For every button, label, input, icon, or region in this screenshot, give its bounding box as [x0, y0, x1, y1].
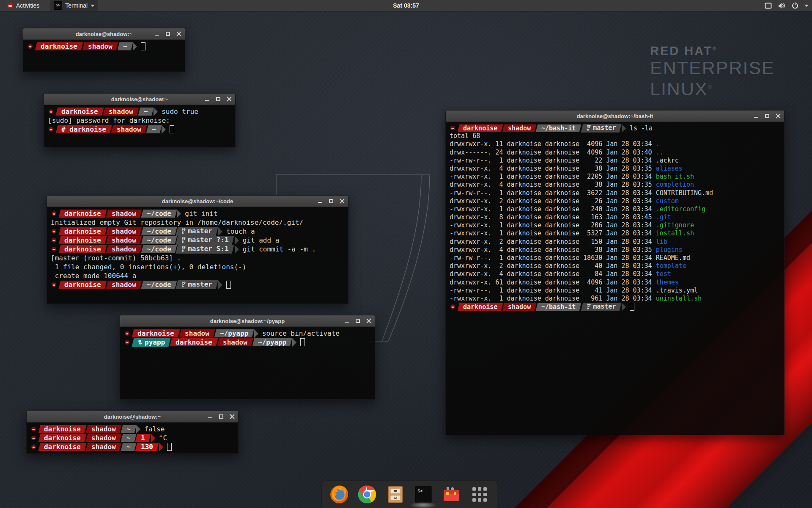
prompt-segment-user: # darknoise: [56, 125, 112, 133]
prompt-arrow-tip: [162, 125, 166, 134]
maximize-icon[interactable]: [165, 31, 170, 36]
ls-row: drwxrwxr-x. 4 darknoise darknoise 38 Jan…: [450, 165, 780, 173]
titlebar[interactable]: darknoise@shadow:~/pyapp: [120, 315, 375, 327]
command-text: git init: [185, 210, 217, 218]
os-redhat-icon: [450, 304, 455, 309]
command-text: sudo true: [162, 108, 198, 116]
caret-down-icon[interactable]: [804, 5, 809, 7]
display-icon[interactable]: [765, 3, 772, 9]
clock[interactable]: Sat 03:57: [393, 0, 419, 11]
titlebar[interactable]: darknoise@shadow:~/bash-it: [446, 110, 784, 122]
prompt-segment-host: shadow: [85, 443, 121, 451]
titlebar[interactable]: darknoise@shadow:~: [23, 28, 185, 40]
prompt-arrow-tip: [622, 303, 626, 311]
prompt-segment-user: darknoise: [59, 236, 107, 244]
command-text: false: [144, 425, 165, 433]
terminal-body[interactable]: darknoiseshadow~falsedarknoiseshadow~1^C…: [27, 422, 238, 453]
os-redhat-icon: [450, 125, 455, 131]
minimize-icon[interactable]: [208, 414, 213, 419]
ls-row: drwxrwxr-x. 2 darknoise darknoise 40 Jan…: [450, 262, 780, 270]
dock-item-terminal[interactable]: $>: [412, 483, 434, 505]
app-menu-terminal[interactable]: $> Terminal: [50, 0, 98, 11]
terminal-body[interactable]: darknoiseshadow~/bash-itmasterls -latota…: [446, 122, 784, 435]
prompt-line: pyappdarknoiseshadow~/pyapp: [124, 338, 371, 347]
window-title: darknoise@shadow:~/bash-it: [577, 113, 653, 119]
ls-meta: drwxrwxr-x. 61 darknoise darknoise 4096 …: [450, 279, 656, 286]
ls-row: drwxrwxr-x. 61 darknoise darknoise 4096 …: [450, 279, 780, 287]
prompt-segment-path: ~/code: [141, 236, 177, 244]
ls-meta: drwx------. 24 darknoise darknoise 4096 …: [450, 149, 656, 156]
file-name: install.sh: [656, 229, 694, 237]
prompt-arrow-tip: [151, 434, 155, 442]
prompt-arrow-tip: [133, 42, 137, 51]
close-icon[interactable]: [776, 113, 781, 119]
ls-row: -rwxrwxr-x. 1 darknoise darknoise 961 Ja…: [450, 295, 780, 303]
prompt-segment-path: ~: [121, 443, 136, 451]
prompt-segment-user: darknoise: [38, 425, 86, 433]
close-icon[interactable]: [176, 31, 181, 36]
prompt-line: darknoiseshadow~/bash-itmasterls -la: [450, 124, 780, 132]
minimize-icon[interactable]: [754, 113, 759, 119]
prompt-arrow-tip: [136, 425, 140, 433]
prompt-segment-path: ~/code: [141, 245, 177, 253]
dock-item-files[interactable]: [384, 483, 406, 505]
close-icon[interactable]: [340, 199, 345, 204]
dock-item-app-grid[interactable]: [469, 483, 491, 505]
rhel-wallpaper-logo: RED HAT® ENTERPRISE LINUX®: [650, 44, 775, 99]
terminal-window-exitcodes: darknoise@shadow:~ darknoiseshadow~false…: [26, 411, 239, 454]
dock-item-chrome[interactable]: [356, 483, 378, 505]
window-title: darknoise@shadow:~: [104, 414, 161, 420]
command-text: git add a: [243, 236, 280, 244]
titlebar[interactable]: darknoise@shadow:~/code: [47, 196, 348, 207]
minimize-icon[interactable]: [318, 199, 323, 204]
titlebar[interactable]: darknoise@shadow:~: [27, 411, 238, 422]
file-name: .: [656, 140, 660, 148]
command-text: source bin/activate: [262, 329, 340, 337]
minimize-icon[interactable]: [205, 97, 210, 102]
volume-icon[interactable]: [778, 3, 786, 9]
dock-item-firefox[interactable]: [328, 483, 350, 505]
power-icon[interactable]: [792, 2, 798, 9]
os-redhat-icon: [31, 444, 36, 450]
activities-button[interactable]: Activities: [4, 0, 42, 11]
ls-row: -rwxrwxr-x. 1 darknoise darknoise 5327 J…: [450, 229, 780, 237]
terminal-cursor: [226, 281, 231, 289]
prompt-line: darknoiseshadow~/codegit init: [51, 209, 344, 218]
ls-meta: drwxrwxr-x. 4 darknoise darknoise 38 Jan…: [450, 181, 656, 188]
dock-item-toolbox[interactable]: [440, 483, 462, 505]
os-redhat-icon: [31, 426, 36, 432]
window-title: darknoise@shadow:~: [76, 31, 132, 37]
ls-row: -rw-rw-r--. 1 darknoise darknoise 41 Jan…: [450, 287, 780, 295]
maximize-icon[interactable]: [219, 414, 224, 419]
terminal-cursor: [170, 125, 174, 133]
ls-row: -rwxrwxr-x. 1 darknoise darknoise 240 Ja…: [450, 205, 780, 213]
terminal-body[interactable]: darknoiseshadow~sudo true[sudo] password…: [44, 105, 235, 147]
file-name: plugins: [656, 246, 683, 254]
file-name: template: [656, 262, 686, 270]
terminal-body[interactable]: darknoiseshadow~/pyappsource bin/activat…: [120, 327, 375, 399]
terminal-body[interactable]: darknoiseshadow~/codegit initInitialized…: [47, 207, 348, 304]
firefox-icon: [329, 485, 349, 504]
prompt-arrow-tip: [254, 329, 258, 338]
prompt-line: darknoiseshadow~sudo true: [48, 107, 231, 116]
close-icon[interactable]: [230, 414, 235, 419]
terminal-cursor: [167, 443, 172, 451]
maximize-icon[interactable]: [329, 199, 334, 204]
prompt-segment-host: shadow: [85, 434, 121, 442]
close-icon[interactable]: [227, 97, 232, 102]
close-icon[interactable]: [366, 318, 371, 323]
prompt-segment-host: shadow: [502, 303, 537, 311]
maximize-icon[interactable]: [765, 113, 770, 119]
minimize-icon[interactable]: [344, 318, 349, 323]
terminal-body[interactable]: darknoiseshadow~: [23, 40, 185, 72]
python-icon: [137, 340, 143, 345]
terminal-output-line: create mode 100644 a: [51, 271, 344, 280]
prompt-line: darknoiseshadow~/bash-itmaster: [450, 303, 780, 311]
minimize-icon[interactable]: [154, 31, 159, 36]
prompt-arrow-tip: [292, 338, 296, 347]
maximize-icon[interactable]: [216, 97, 221, 102]
git-branch-icon: [587, 125, 591, 131]
app-grid-icon: [471, 486, 488, 503]
titlebar[interactable]: darknoise@shadow:~: [44, 94, 235, 105]
maximize-icon[interactable]: [355, 318, 360, 323]
